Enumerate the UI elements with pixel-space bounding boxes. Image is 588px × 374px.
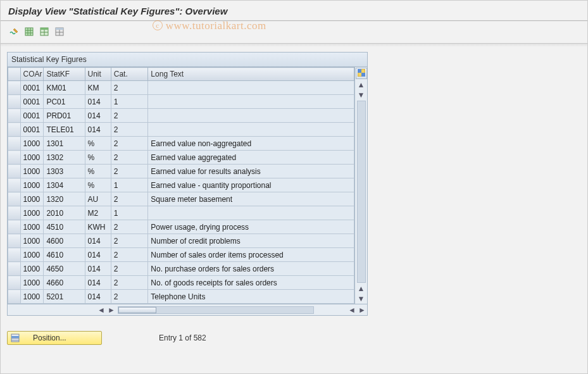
scroll-up-button[interactable]: ▲ bbox=[356, 80, 367, 90]
cell-cat: 2 bbox=[111, 151, 148, 165]
row-handle[interactable] bbox=[8, 248, 21, 262]
table-row[interactable]: 100046000142Number of credit problems bbox=[8, 234, 354, 248]
table-row[interactable]: 0001TELE010142 bbox=[8, 123, 354, 137]
svg-rect-6 bbox=[41, 28, 48, 30]
cell-cat: 2 bbox=[111, 290, 148, 304]
cell-unit: 014 bbox=[85, 262, 111, 276]
table-row[interactable]: 0001PRD010142 bbox=[8, 109, 354, 123]
deselect-all-button[interactable] bbox=[37, 25, 51, 39]
toggle-edit-button[interactable] bbox=[7, 25, 21, 39]
cell-unit: 014 bbox=[85, 123, 111, 137]
cell-statkf: 1301 bbox=[44, 137, 85, 151]
row-handle[interactable] bbox=[8, 276, 21, 290]
row-handle[interactable] bbox=[8, 262, 21, 276]
vertical-scrollbar: ▲ ▼ ▲ ▼ bbox=[354, 67, 367, 304]
cell-unit: 014 bbox=[85, 109, 111, 123]
cell-coar: 1000 bbox=[20, 151, 44, 165]
col-header-unit[interactable]: Unit bbox=[85, 68, 111, 81]
table-settings-button[interactable] bbox=[53, 25, 66, 39]
cell-coar: 0001 bbox=[20, 109, 44, 123]
cell-cat: 2 bbox=[111, 137, 148, 151]
table-row[interactable]: 0001KM01KM2 bbox=[8, 81, 354, 95]
cell-coar: 0001 bbox=[20, 81, 44, 95]
col-header-cat[interactable]: Cat. bbox=[111, 68, 148, 81]
cell-statkf: 4510 bbox=[44, 220, 85, 234]
cell-statkf: PRD01 bbox=[44, 109, 85, 123]
cell-coar: 1000 bbox=[20, 220, 44, 234]
app-toolbar bbox=[1, 24, 587, 43]
position-label: Position... bbox=[33, 333, 66, 342]
col-header-statkf[interactable]: StatKF bbox=[44, 68, 85, 81]
table-row[interactable]: 10001302%2Earned value aggregated bbox=[8, 151, 354, 165]
cell-long: Earned value non-aggregated bbox=[148, 137, 354, 151]
scroll-down-button[interactable]: ▼ bbox=[356, 90, 367, 100]
table-row[interactable]: 0001PC010141 bbox=[8, 95, 354, 109]
cell-unit: KWH bbox=[85, 220, 111, 234]
row-handle[interactable] bbox=[8, 137, 21, 151]
cell-unit: % bbox=[85, 151, 111, 165]
cell-statkf: 5201 bbox=[44, 290, 85, 304]
scroll-left2-button[interactable]: ◄ bbox=[347, 305, 357, 315]
position-button[interactable]: Position... bbox=[7, 331, 102, 345]
hscroll-thumb[interactable] bbox=[118, 307, 156, 313]
row-selector-header[interactable] bbox=[8, 68, 21, 81]
glasses-pencil-icon bbox=[9, 27, 19, 39]
table-select-icon bbox=[24, 27, 34, 39]
page-title: Display View "Statistical Key Figures": … bbox=[1, 1, 587, 20]
toolbar-separator bbox=[1, 43, 587, 47]
table-row[interactable]: 100046600142No. of goods receipts for sa… bbox=[8, 276, 354, 290]
row-handle[interactable] bbox=[8, 234, 21, 248]
cell-coar: 1000 bbox=[20, 165, 44, 178]
scroll-right2-button[interactable]: ► bbox=[357, 305, 367, 315]
cell-cat: 2 bbox=[111, 192, 148, 206]
cell-coar: 1000 bbox=[20, 262, 44, 276]
col-header-long[interactable]: Long Text bbox=[148, 68, 354, 81]
caret-left-icon: ◄ bbox=[348, 306, 356, 315]
position-icon bbox=[10, 333, 20, 343]
scroll-left-button[interactable]: ◄ bbox=[96, 305, 106, 315]
row-handle[interactable] bbox=[8, 206, 21, 220]
caret-down-icon: ▼ bbox=[358, 294, 365, 303]
configure-columns-button[interactable] bbox=[356, 68, 367, 79]
table-row[interactable]: 100046500142No. purchase orders for sale… bbox=[8, 262, 354, 276]
row-handle[interactable] bbox=[8, 95, 21, 109]
panel-title: Statistical Key Figures bbox=[8, 53, 367, 67]
row-handle[interactable] bbox=[8, 151, 21, 165]
cell-unit: % bbox=[85, 165, 111, 178]
row-handle[interactable] bbox=[8, 165, 21, 178]
table-row[interactable]: 10002010M21 bbox=[8, 206, 354, 220]
cell-cat: 2 bbox=[111, 276, 148, 290]
table-row[interactable]: 10004510KWH2Power usage, drying process bbox=[8, 220, 354, 234]
row-handle[interactable] bbox=[8, 123, 21, 137]
row-handle[interactable] bbox=[8, 109, 21, 123]
vscroll-track[interactable] bbox=[357, 101, 366, 283]
table-row[interactable]: 10001304%1Earned value - quantity propor… bbox=[8, 178, 354, 192]
cell-cat: 2 bbox=[111, 234, 148, 248]
scroll-down2-button[interactable]: ▼ bbox=[356, 294, 367, 304]
table-row[interactable]: 100052010142Telephone Units bbox=[8, 290, 354, 304]
table-row[interactable]: 10001303%2Earned value for results analy… bbox=[8, 165, 354, 178]
row-handle[interactable] bbox=[8, 178, 21, 192]
cell-long bbox=[148, 206, 354, 220]
row-handle[interactable] bbox=[8, 192, 21, 206]
hscroll-track[interactable] bbox=[118, 306, 314, 314]
cell-coar: 1000 bbox=[20, 206, 44, 220]
cell-cat: 2 bbox=[111, 220, 148, 234]
cell-cat: 2 bbox=[111, 262, 148, 276]
row-handle[interactable] bbox=[8, 290, 21, 304]
scroll-up2-button[interactable]: ▲ bbox=[356, 284, 367, 294]
select-all-button[interactable] bbox=[22, 25, 36, 39]
table-row[interactable]: 10001320AU2Square meter basement bbox=[8, 192, 354, 206]
cell-unit: 014 bbox=[85, 95, 111, 109]
scroll-right-button[interactable]: ► bbox=[106, 305, 116, 315]
col-header-coar[interactable]: COAr bbox=[20, 68, 44, 81]
table-row[interactable]: 100046100142Number of sales order items … bbox=[8, 248, 354, 262]
row-handle[interactable] bbox=[8, 81, 21, 95]
svg-rect-0 bbox=[25, 28, 33, 35]
row-handle[interactable] bbox=[8, 220, 21, 234]
cell-coar: 0001 bbox=[20, 123, 44, 137]
cell-long: Telephone Units bbox=[148, 290, 354, 304]
table-row[interactable]: 10001301%2Earned value non-aggregated bbox=[8, 137, 354, 151]
grid-panel: Statistical Key Figures COAr StatKF Unit… bbox=[7, 52, 368, 316]
header-row: COAr StatKF Unit Cat. Long Text bbox=[8, 68, 354, 81]
